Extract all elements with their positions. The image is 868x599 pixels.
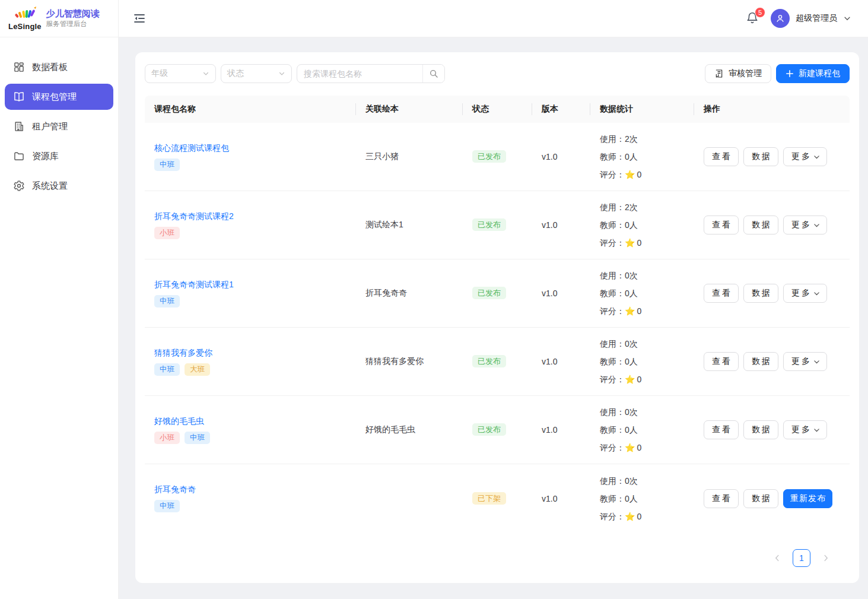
stat-label: 评分： <box>600 166 625 183</box>
view-button[interactable]: 查看 <box>704 489 739 508</box>
sidebar-collapse-icon[interactable] <box>133 12 147 25</box>
data-button[interactable]: 数据 <box>743 284 778 303</box>
course-package-link[interactable]: 折耳兔奇奇 <box>154 484 196 495</box>
action-button-label: 更多 <box>790 151 812 162</box>
notification-bell-icon[interactable]: 5 <box>746 11 760 26</box>
folder-icon <box>13 150 25 162</box>
stats: 使用：0次教师：0人评分：⭐0 <box>590 267 694 320</box>
stat-label: 教师： <box>600 216 625 234</box>
grade-filter-select[interactable]: 年级 <box>145 64 216 83</box>
linked-book: 猜猜我有多爱你 <box>356 356 463 367</box>
action-button-label: 数据 <box>750 220 772 230</box>
data-button[interactable]: 数据 <box>743 420 778 439</box>
stat-label: 评分： <box>600 234 625 252</box>
sidebar: LeSingle 少儿智慧阅读 服务管理后台 数据看板课程包管理租户管理资源库系… <box>0 0 119 599</box>
stat-label: 评分： <box>600 370 625 388</box>
grade-tag: 中班 <box>154 363 180 376</box>
stat-value: 0 <box>637 302 641 320</box>
brand: LeSingle 少儿智慧阅读 服务管理后台 <box>0 0 118 37</box>
status-badge: 已发布 <box>472 423 506 436</box>
stat-value: 0次 <box>625 335 638 353</box>
action-button-label: 查看 <box>710 151 732 162</box>
lesingle-logo-icon <box>13 7 37 22</box>
data-button[interactable]: 数据 <box>743 147 778 166</box>
action-button-label: 数据 <box>750 151 772 162</box>
version: v1.0 <box>532 357 590 366</box>
create-course-package-button[interactable]: 新建课程包 <box>776 64 850 83</box>
table-row: 折耳兔奇奇中班已下架v1.0使用：0次教师：0人评分：⭐0查看数据重新发布 <box>145 464 850 533</box>
table-row: 猜猜我有多爱你中班大班猜猜我有多爱你已发布v1.0使用：0次教师：0人评分：⭐0… <box>145 328 850 396</box>
course-package-table: 课程包名称关联绘本状态版本数据统计操作 核心流程测试课程包中班三只小猪已发布v1… <box>145 96 850 584</box>
view-button[interactable]: 查看 <box>704 420 739 439</box>
chevron-down-icon <box>813 153 821 161</box>
stat-label: 评分： <box>600 302 625 320</box>
pagination-page-1[interactable]: 1 <box>793 549 810 567</box>
version: v1.0 <box>532 425 590 435</box>
pagination-next-icon[interactable] <box>820 552 832 564</box>
pagination-prev-icon[interactable] <box>771 552 783 564</box>
chevron-down-icon <box>813 426 821 434</box>
sidebar-item-dashboard[interactable]: 数据看板 <box>5 54 113 80</box>
sidebar-item-settings[interactable]: 系统设置 <box>5 173 113 199</box>
stat-value: 0次 <box>625 403 638 421</box>
status-badge: 已发布 <box>472 355 506 367</box>
view-button[interactable]: 查看 <box>704 284 739 303</box>
table-row: 折耳兔奇奇测试课程2小班测试绘本1已发布v1.0使用：2次教师：0人评分：⭐0查… <box>145 191 850 259</box>
more-button[interactable]: 更多 <box>783 420 827 439</box>
stat-value: 0 <box>637 370 641 388</box>
sidebar-item-course-packages[interactable]: 课程包管理 <box>5 84 113 110</box>
more-button[interactable]: 更多 <box>783 352 827 371</box>
more-button[interactable]: 更多 <box>783 147 827 166</box>
grade-tag: 小班 <box>154 227 180 239</box>
topbar: 5 超级管理员 <box>119 0 868 37</box>
course-package-link[interactable]: 折耳兔奇奇测试课程2 <box>154 211 234 222</box>
course-package-link[interactable]: 好饿的毛毛虫 <box>154 416 204 427</box>
stats: 使用：2次教师：0人评分：⭐0 <box>590 198 694 252</box>
stat-label: 教师： <box>600 421 625 439</box>
data-button[interactable]: 数据 <box>743 489 778 508</box>
stat-value: 0人 <box>625 284 638 302</box>
republish-button[interactable]: 重新发布 <box>783 489 832 508</box>
stat-value: 0 <box>637 439 641 457</box>
search-input[interactable] <box>297 69 422 78</box>
course-package-card: 年级 状态 <box>135 52 859 583</box>
sidebar-item-label: 资源库 <box>32 151 59 162</box>
star-icon: ⭐ <box>625 234 635 252</box>
sidebar-item-resources[interactable]: 资源库 <box>5 143 113 169</box>
user-menu[interactable]: 超级管理员 <box>771 9 851 28</box>
action-button-label: 更多 <box>790 220 812 230</box>
sidebar-item-tenants[interactable]: 租户管理 <box>5 113 113 140</box>
review-management-button[interactable]: 审核管理 <box>705 64 771 83</box>
stat-value: 2次 <box>625 198 638 216</box>
column-header: 关联绘本 <box>356 104 463 115</box>
search-icon[interactable] <box>422 65 444 83</box>
course-package-link[interactable]: 猜猜我有多爱你 <box>154 348 212 359</box>
stat-label: 评分： <box>600 439 625 457</box>
status-filter-select[interactable]: 状态 <box>221 64 292 83</box>
action-button-label: 数据 <box>750 424 772 435</box>
grade-filter-label: 年级 <box>151 68 168 79</box>
dashboard-icon <box>13 61 25 73</box>
more-button[interactable]: 更多 <box>783 215 827 234</box>
status-badge: 已下架 <box>472 492 506 505</box>
column-header: 数据统计 <box>590 104 694 115</box>
stats: 使用：0次教师：0人评分：⭐0 <box>590 403 694 457</box>
grade-tag: 中班 <box>185 432 210 444</box>
linked-book: 测试绘本1 <box>356 220 463 230</box>
course-package-link[interactable]: 折耳兔奇奇测试课程1 <box>154 280 234 290</box>
brand-subtitle: 服务管理后台 <box>46 20 100 28</box>
course-package-link[interactable]: 核心流程测试课程包 <box>154 143 229 154</box>
stat-label: 使用： <box>600 130 625 148</box>
stat-value: 0 <box>637 508 641 525</box>
data-button[interactable]: 数据 <box>743 215 778 234</box>
table-row: 核心流程测试课程包中班三只小猪已发布v1.0使用：2次教师：0人评分：⭐0查看数… <box>145 123 850 191</box>
view-button[interactable]: 查看 <box>704 147 739 166</box>
version: v1.0 <box>532 152 590 161</box>
view-button[interactable]: 查看 <box>704 352 739 371</box>
action-button-label: 查看 <box>710 356 732 367</box>
action-button-label: 查看 <box>710 220 732 230</box>
view-button[interactable]: 查看 <box>704 215 739 234</box>
table-row: 折耳兔奇奇测试课程1中班折耳兔奇奇已发布v1.0使用：0次教师：0人评分：⭐0查… <box>145 259 850 328</box>
more-button[interactable]: 更多 <box>783 284 827 303</box>
data-button[interactable]: 数据 <box>743 352 778 371</box>
